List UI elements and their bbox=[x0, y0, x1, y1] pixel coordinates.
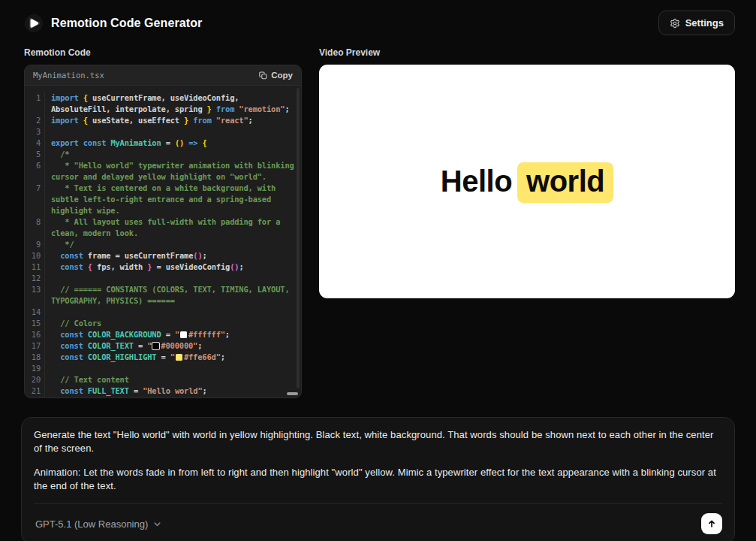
color-swatch-icon bbox=[180, 331, 187, 338]
color-swatch-icon bbox=[152, 343, 159, 349]
preview-text-highlighted: world bbox=[517, 162, 613, 203]
prompt-composer: Generate the text "Hello world" with wor… bbox=[21, 417, 735, 541]
copy-icon bbox=[259, 71, 267, 80]
settings-label: Settings bbox=[685, 17, 724, 29]
line-content: * "Hello world" typewriter animation wit… bbox=[44, 160, 301, 183]
line-content: /* bbox=[44, 149, 301, 160]
code-line: 14 bbox=[29, 307, 301, 318]
code-line: 9 */ bbox=[29, 239, 301, 250]
settings-button[interactable]: Settings bbox=[658, 11, 735, 35]
line-number: 12 bbox=[29, 273, 44, 284]
line-number: 20 bbox=[29, 374, 44, 385]
line-number: 19 bbox=[29, 363, 44, 374]
line-content: import { useCurrentFrame, useVideoConfig… bbox=[44, 92, 301, 115]
line-number: 18 bbox=[29, 352, 44, 363]
prompt-paragraph-2: Animation: Let the words fade in from le… bbox=[34, 466, 722, 492]
code-editor[interactable]: MyAnimation.tsx Copy 1import { useCurren… bbox=[24, 65, 302, 398]
line-number: 8 bbox=[29, 216, 44, 239]
code-line: 21 const FULL_TEXT = "Hello world"; bbox=[29, 385, 301, 397]
line-number: 3 bbox=[29, 126, 44, 138]
chevron-down-icon bbox=[153, 520, 161, 528]
code-line: 4export const MyAnimation = () => { bbox=[29, 138, 301, 149]
code-line: 1import { useCurrentFrame, useVideoConfi… bbox=[29, 92, 301, 115]
send-button[interactable] bbox=[701, 513, 722, 534]
editor-tab-bar: MyAnimation.tsx Copy bbox=[25, 65, 301, 86]
code-line: 6 * "Hello world" typewriter animation w… bbox=[29, 160, 301, 183]
line-content: // Text content bbox=[44, 374, 301, 385]
line-content: const FULL_TEXT = "Hello world"; bbox=[44, 385, 301, 397]
horizontal-scrollbar[interactable] bbox=[287, 392, 298, 395]
copy-label: Copy bbox=[271, 71, 293, 80]
code-line: 2import { useState, useEffect } from "re… bbox=[29, 115, 301, 126]
line-content: * All layout uses full-width with paddin… bbox=[44, 216, 301, 239]
code-line: 16 const COLOR_BACKGROUND = "#ffffff"; bbox=[29, 329, 301, 340]
app-header: Remotion Code Generator Settings bbox=[0, 0, 756, 43]
code-column: Remotion Code MyAnimation.tsx Copy 1impo… bbox=[24, 47, 302, 398]
line-content: */ bbox=[44, 239, 301, 250]
preview-text-plain: Hello bbox=[441, 165, 512, 198]
code-line: 8 * All layout uses full-width with padd… bbox=[29, 216, 301, 239]
line-content: const frame = useCurrentFrame(); bbox=[44, 250, 301, 261]
code-content: 1import { useCurrentFrame, useVideoConfi… bbox=[25, 86, 301, 398]
code-line: 11 const { fps, width } = useVideoConfig… bbox=[29, 261, 301, 273]
gear-icon bbox=[670, 18, 680, 29]
copy-button[interactable]: Copy bbox=[259, 71, 293, 80]
color-swatch-icon bbox=[176, 354, 182, 361]
model-selector[interactable]: GPT-5.1 (Low Reasoning) bbox=[34, 515, 163, 533]
line-number: 13 bbox=[29, 284, 44, 307]
line-content: const COLOR_TEXT = "#000000"; bbox=[44, 340, 301, 352]
code-line: 13 // ====== CONSTANTS (COLORS, TEXT, TI… bbox=[29, 284, 301, 307]
line-content bbox=[44, 307, 301, 318]
brand: Remotion Code Generator bbox=[24, 14, 202, 33]
prompt-input[interactable]: Generate the text "Hello world" with wor… bbox=[34, 428, 722, 492]
line-number: 1 bbox=[29, 92, 44, 115]
vertical-scrollbar[interactable] bbox=[297, 88, 300, 388]
code-line: 10 const frame = useCurrentFrame(); bbox=[29, 250, 301, 261]
line-content: const COLOR_BACKGROUND = "#ffffff"; bbox=[44, 329, 301, 340]
code-section-label: Remotion Code bbox=[24, 47, 302, 58]
code-line: 17 const COLOR_TEXT = "#000000"; bbox=[29, 340, 301, 352]
line-number: 15 bbox=[29, 318, 44, 329]
code-line: 20 // Text content bbox=[29, 374, 301, 385]
remotion-logo-icon bbox=[24, 14, 44, 33]
prompt-paragraph-1: Generate the text "Hello world" with wor… bbox=[34, 428, 722, 455]
preview-column: Video Preview Helloworld bbox=[319, 47, 735, 398]
line-number: 11 bbox=[29, 261, 44, 273]
line-number: 14 bbox=[29, 307, 44, 318]
line-number: 2 bbox=[29, 115, 44, 126]
line-number: 7 bbox=[29, 183, 44, 216]
line-number: 4 bbox=[29, 138, 44, 149]
code-line: 12 bbox=[29, 273, 301, 284]
code-line: 15 // Colors bbox=[29, 318, 301, 329]
code-line: 3 bbox=[29, 126, 301, 138]
code-line: 19 bbox=[29, 363, 301, 374]
file-tab: MyAnimation.tsx bbox=[33, 71, 104, 80]
code-line: 18 const COLOR_HIGHLIGHT = "#ffe66d"; bbox=[29, 352, 301, 363]
line-content bbox=[44, 363, 301, 374]
line-number: 10 bbox=[29, 250, 44, 261]
model-label: GPT-5.1 (Low Reasoning) bbox=[35, 518, 148, 530]
arrow-up-icon bbox=[706, 518, 717, 529]
line-number: 16 bbox=[29, 329, 44, 340]
prompt-footer: GPT-5.1 (Low Reasoning) bbox=[34, 504, 722, 534]
code-line: 5 /* bbox=[29, 149, 301, 160]
preview-text: Helloworld bbox=[441, 165, 613, 198]
line-content: // ====== CONSTANTS (COLORS, TEXT, TIMIN… bbox=[44, 284, 301, 307]
line-number: 6 bbox=[29, 160, 44, 183]
line-number: 9 bbox=[29, 239, 44, 250]
preview-section-label: Video Preview bbox=[319, 47, 735, 58]
line-number: 17 bbox=[29, 340, 44, 352]
page-title: Remotion Code Generator bbox=[51, 17, 202, 30]
line-number: 5 bbox=[29, 149, 44, 160]
line-content: export const MyAnimation = () => { bbox=[44, 138, 301, 149]
line-content: // Colors bbox=[44, 318, 301, 329]
main-content: Remotion Code MyAnimation.tsx Copy 1impo… bbox=[0, 43, 756, 398]
line-content: const { fps, width } = useVideoConfig(); bbox=[44, 261, 301, 273]
video-preview: Helloworld bbox=[319, 65, 735, 298]
line-content bbox=[44, 126, 301, 138]
line-content: const COLOR_HIGHLIGHT = "#ffe66d"; bbox=[44, 352, 301, 363]
line-content bbox=[44, 273, 301, 284]
line-content: import { useState, useEffect } from "rea… bbox=[44, 115, 301, 126]
line-number: 21 bbox=[29, 385, 44, 397]
code-line: 7 * Text is centered on a white backgrou… bbox=[29, 183, 301, 216]
